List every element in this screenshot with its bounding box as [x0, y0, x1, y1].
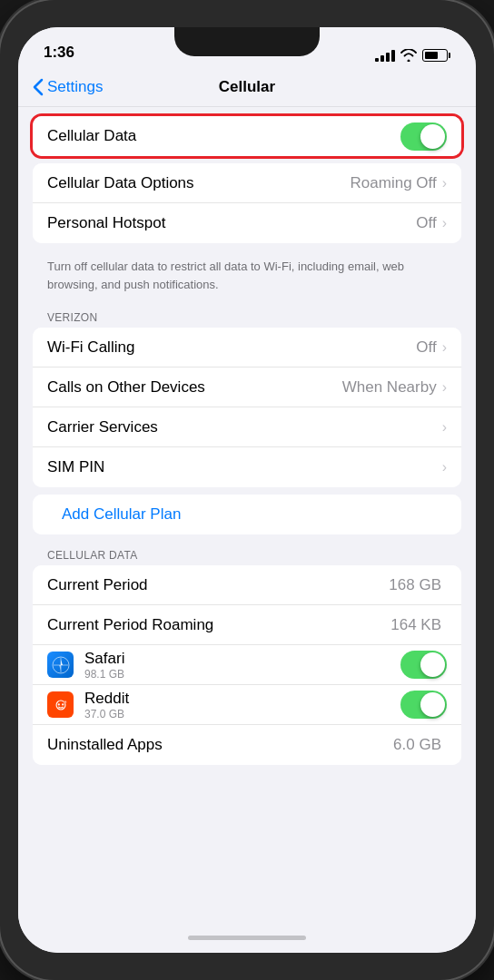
chevron-right-icon: ›	[442, 419, 447, 436]
cellular-data-stats-group: Current Period 168 GB Current Period Roa…	[33, 565, 461, 765]
toggle-knob	[420, 124, 445, 149]
reddit-icon	[47, 691, 74, 718]
cellular-data-toggle[interactable]	[400, 122, 447, 151]
toggle-knob	[420, 652, 445, 677]
battery-icon	[422, 49, 450, 62]
reddit-row[interactable]: Reddit 37.0 GB	[33, 685, 461, 725]
add-cellular-group: Add Cellular Plan	[33, 495, 461, 534]
add-cellular-row[interactable]: Add Cellular Plan	[33, 495, 461, 534]
current-period-roaming-row: Current Period Roaming 164 KB	[33, 605, 461, 645]
sim-pin-row[interactable]: SIM PIN ›	[33, 447, 461, 487]
calls-other-devices-row[interactable]: Calls on Other Devices When Nearby ›	[33, 368, 461, 407]
current-period-value: 168 GB	[389, 576, 441, 594]
reddit-toggle[interactable]	[400, 691, 447, 719]
verizon-section-header: VERIZON	[18, 304, 476, 328]
phone-frame: 1:36	[0, 0, 494, 980]
cellular-data-options-label: Cellular Data Options	[47, 174, 351, 192]
reddit-size: 37.0 GB	[84, 708, 400, 720]
svg-marker-4	[59, 665, 61, 671]
chevron-right-icon: ›	[442, 175, 447, 191]
wifi-calling-value: Off	[416, 338, 436, 357]
safari-toggle[interactable]	[400, 651, 447, 679]
svg-point-11	[64, 701, 65, 702]
cellular-data-options-value: Roaming Off	[351, 174, 437, 192]
chevron-right-icon: ›	[442, 215, 447, 231]
current-period-row: Current Period 168 GB	[33, 565, 461, 605]
signal-bars-icon	[375, 50, 395, 62]
personal-hotspot-row[interactable]: Personal Hotspot Off ›	[33, 203, 461, 243]
notch	[174, 27, 320, 56]
safari-icon	[47, 652, 74, 678]
screen: 1:36	[18, 27, 476, 953]
svg-point-8	[57, 703, 59, 705]
safari-info: Safari 98.1 GB	[84, 650, 400, 681]
add-cellular-label[interactable]: Add Cellular Plan	[47, 495, 195, 534]
nav-title: Cellular	[219, 78, 275, 96]
personal-hotspot-label: Personal Hotspot	[47, 214, 416, 232]
cellular-data-row[interactable]: Cellular Data	[33, 116, 461, 156]
uninstalled-apps-label: Uninstalled Apps	[47, 736, 393, 754]
svg-marker-3	[61, 660, 63, 665]
chevron-right-icon: ›	[442, 379, 447, 396]
cellular-data-label: Cellular Data	[47, 127, 400, 145]
back-button[interactable]: Settings	[33, 78, 103, 96]
sim-pin-label: SIM PIN	[47, 458, 442, 476]
safari-name: Safari	[84, 650, 400, 668]
wifi-calling-label: Wi-Fi Calling	[47, 338, 416, 357]
toggle-knob	[420, 692, 445, 717]
status-time: 1:36	[44, 44, 74, 62]
uninstalled-apps-value: 6.0 GB	[393, 736, 441, 754]
current-period-roaming-label: Current Period Roaming	[47, 616, 390, 634]
cellular-description: Turn off cellular data to restrict all d…	[18, 250, 476, 304]
chevron-right-icon: ›	[442, 459, 447, 475]
reddit-info: Reddit 37.0 GB	[84, 690, 400, 720]
nav-bar: Settings Cellular	[18, 67, 476, 107]
safari-row[interactable]: Safari 98.1 GB	[33, 645, 461, 685]
status-icons	[375, 49, 450, 62]
back-chevron-icon	[33, 78, 44, 96]
settings-content[interactable]: Cellular Data Cellular Data Options Roam…	[18, 107, 476, 922]
home-indicator[interactable]	[18, 922, 476, 953]
current-period-label: Current Period	[47, 576, 389, 594]
wifi-icon	[400, 49, 417, 62]
cellular-data-options-row[interactable]: Cellular Data Options Roaming Off ›	[33, 163, 461, 203]
current-period-roaming-value: 164 KB	[390, 616, 441, 634]
bottom-space	[18, 772, 476, 790]
cellular-data-section-header: CELLULAR DATA	[18, 542, 476, 565]
cellular-data-group: Cellular Data	[33, 116, 461, 156]
reddit-name: Reddit	[84, 690, 400, 708]
calls-other-devices-label: Calls on Other Devices	[47, 378, 342, 397]
data-options-group: Cellular Data Options Roaming Off › Pers…	[33, 163, 461, 243]
svg-point-9	[62, 703, 64, 705]
verizon-group: Wi-Fi Calling Off › Calls on Other Devic…	[33, 328, 461, 487]
wifi-calling-row[interactable]: Wi-Fi Calling Off ›	[33, 328, 461, 368]
chevron-right-icon: ›	[442, 339, 447, 356]
carrier-services-row[interactable]: Carrier Services ›	[33, 407, 461, 447]
carrier-services-label: Carrier Services	[47, 418, 442, 436]
home-bar	[188, 936, 306, 940]
personal-hotspot-value: Off	[416, 214, 436, 232]
back-label: Settings	[47, 78, 103, 96]
safari-size: 98.1 GB	[84, 668, 400, 681]
uninstalled-apps-row: Uninstalled Apps 6.0 GB	[33, 725, 461, 765]
calls-other-devices-value: When Nearby	[342, 378, 437, 397]
